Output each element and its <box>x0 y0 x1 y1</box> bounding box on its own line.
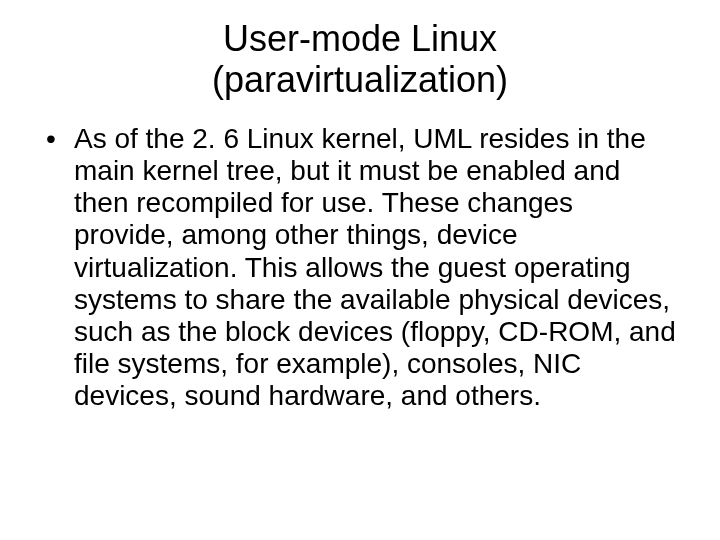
slide: User-mode Linux (paravirtualization) As … <box>0 0 720 540</box>
list-item: As of the 2. 6 Linux kernel, UML resides… <box>40 123 680 413</box>
bullet-list: As of the 2. 6 Linux kernel, UML resides… <box>40 123 680 413</box>
title-line-1: User-mode Linux <box>223 18 497 59</box>
slide-body: As of the 2. 6 Linux kernel, UML resides… <box>40 123 680 413</box>
title-line-2: (paravirtualization) <box>212 59 508 100</box>
slide-title: User-mode Linux (paravirtualization) <box>40 18 680 101</box>
bullet-text: As of the 2. 6 Linux kernel, UML resides… <box>74 123 676 412</box>
